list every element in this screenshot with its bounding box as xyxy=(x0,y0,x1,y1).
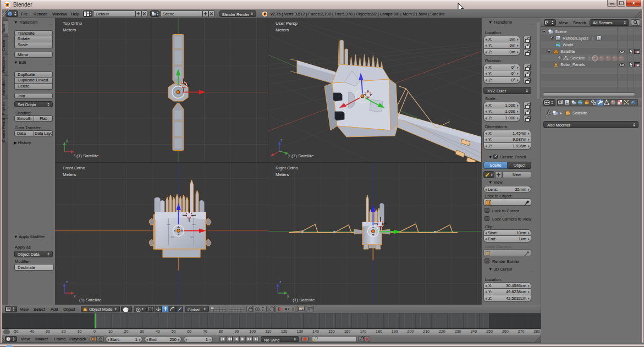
svg-text:z: z xyxy=(279,280,282,284)
svg-text:y: y xyxy=(66,139,68,143)
svg-text:i: i xyxy=(9,12,10,16)
svg-text:z: z xyxy=(280,138,283,142)
svg-text:x: x xyxy=(74,294,76,298)
svg-text:z: z xyxy=(66,280,68,284)
svg-text:y: y xyxy=(288,153,290,158)
svg-text:y: y xyxy=(287,294,289,299)
svg-text:x: x xyxy=(74,153,76,157)
